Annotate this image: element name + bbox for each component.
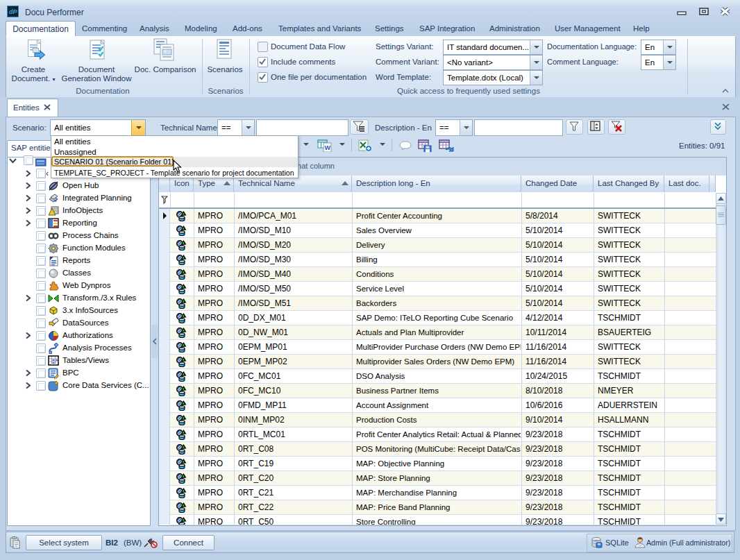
svg-text:dP: dP (9, 8, 17, 15)
svg-text:W: W (325, 144, 331, 151)
